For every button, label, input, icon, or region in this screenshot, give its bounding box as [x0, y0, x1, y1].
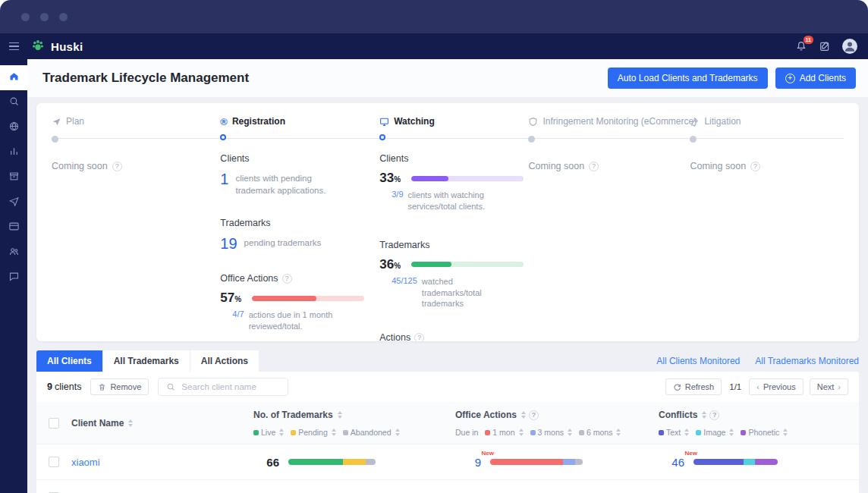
legend-text: Text	[666, 428, 681, 437]
sort-icon[interactable]	[684, 426, 689, 438]
notifications-bell-icon[interactable]: 11	[795, 40, 807, 52]
sidebar	[0, 59, 27, 493]
window-maximize-button[interactable]	[59, 13, 68, 21]
tab-all-clients[interactable]: All Clients	[36, 350, 103, 372]
app-name: Huski	[51, 40, 83, 53]
sort-icon[interactable]	[128, 417, 133, 429]
menu-icon[interactable]	[0, 33, 27, 59]
refresh-label: Refresh	[685, 382, 715, 391]
sort-icon[interactable]	[519, 426, 524, 438]
stage-watching: Watching Clients 33% 3/9	[379, 114, 528, 341]
search-box	[158, 378, 288, 396]
step-dot-active	[379, 134, 385, 140]
legend-image: Image	[703, 428, 725, 437]
sidebar-item-home[interactable]	[0, 65, 27, 90]
sort-icon[interactable]	[521, 409, 526, 421]
tab-all-trademarks[interactable]: All Trademarks	[103, 350, 190, 372]
help-icon[interactable]: ?	[414, 333, 424, 341]
watching-trademarks-fraction: 45/125	[392, 276, 417, 310]
due-in-label: Due in	[455, 428, 478, 437]
sort-icon[interactable]	[338, 409, 342, 421]
previous-page-button[interactable]: ‹ Previous	[749, 378, 803, 395]
clients-heading: Clients	[379, 153, 514, 164]
refresh-button[interactable]: Refresh	[665, 378, 722, 395]
paper-plane-icon	[8, 196, 20, 210]
search-icon	[166, 382, 175, 391]
window-close-button[interactable]	[21, 13, 30, 21]
sidebar-item-archive[interactable]	[0, 165, 27, 190]
remove-button[interactable]: Remove	[90, 378, 149, 395]
notification-badge: 11	[804, 36, 813, 44]
oa-1mon-pct: 57	[220, 290, 234, 305]
sidebar-item-card[interactable]	[0, 215, 27, 240]
help-icon[interactable]: ?	[709, 410, 719, 420]
select-all-checkbox[interactable]	[49, 418, 59, 429]
help-icon[interactable]: ?	[750, 162, 760, 171]
search-client-input[interactable]	[180, 382, 280, 392]
six-months-marker	[579, 430, 584, 435]
stage-registration: ® Registration Clients 1 clients with pe…	[220, 114, 379, 341]
brand[interactable]: Huski	[30, 39, 83, 54]
sidebar-item-messages[interactable]	[0, 265, 27, 290]
app-window: Huski 11	[0, 0, 868, 493]
stage-label-registration: Registration	[232, 116, 285, 127]
conflicts-total: 46New	[659, 456, 684, 469]
lifecycle-pipeline-card: Plan Coming soon ? ®	[36, 103, 859, 341]
watching-trademarks-pct: 36	[379, 257, 394, 272]
sidebar-item-analytics[interactable]	[0, 140, 27, 165]
watching-clients-desc: clients with watching services/total cli…	[408, 190, 515, 212]
help-icon[interactable]: ?	[589, 162, 599, 171]
table-row: Ziegler, Amy C. 1 0 0	[36, 480, 859, 493]
help-icon[interactable]: ?	[529, 410, 539, 420]
globe-icon	[8, 121, 20, 135]
oa-1mon-fraction: 4/7	[232, 309, 244, 332]
sort-icon[interactable]	[729, 426, 734, 438]
tabs-row: All Clients All Trademarks All Actions A…	[36, 350, 859, 372]
sort-icon[interactable]	[279, 426, 284, 438]
user-avatar[interactable]	[842, 39, 857, 54]
huski-logo-icon	[30, 39, 46, 54]
add-clients-button[interactable]: + Add Clients	[775, 68, 856, 89]
stage-label-plan: Plan	[66, 116, 84, 127]
legend-abandoned: Abandoned	[351, 428, 392, 437]
sidebar-item-globe[interactable]	[0, 115, 27, 140]
trademarks-heading: Trademarks	[220, 218, 366, 228]
coming-soon-label: Coming soon	[52, 161, 108, 171]
sidebar-item-clients[interactable]	[0, 240, 27, 265]
compose-icon[interactable]	[819, 40, 831, 52]
sort-icon[interactable]	[568, 426, 572, 438]
help-icon[interactable]: ?	[282, 274, 292, 284]
bar-chart-icon	[8, 146, 20, 160]
sort-icon[interactable]	[702, 409, 706, 421]
stage-label-infringement: Infringement Monitoring (eCommerce)	[542, 116, 697, 127]
next-page-button[interactable]: Next ›	[810, 378, 848, 395]
window-titlebar	[0, 0, 868, 33]
step-dot-active	[220, 134, 226, 140]
stage-litigation: Litigation Coming soon ?	[690, 114, 844, 341]
sort-icon[interactable]	[616, 426, 621, 438]
archive-box-icon	[8, 171, 20, 185]
row-checkbox[interactable]	[49, 457, 59, 467]
shield-icon	[528, 117, 538, 127]
conflicts-stacked-bar	[693, 459, 778, 465]
sidebar-item-send[interactable]	[0, 190, 27, 215]
pending-clients-count: 1	[220, 171, 228, 187]
stage-plan: Plan Coming soon ?	[52, 114, 220, 341]
auto-load-button[interactable]: Auto Load Clients and Trademarks	[608, 68, 768, 89]
sidebar-item-search[interactable]	[0, 90, 27, 115]
table-header: Client Name No. of Trademarks Live Pendi…	[36, 402, 859, 444]
help-icon[interactable]: ?	[112, 162, 122, 171]
sort-icon[interactable]	[332, 426, 336, 438]
plus-icon: +	[785, 74, 795, 83]
sort-icon[interactable]	[783, 426, 788, 438]
tab-all-actions[interactable]: All Actions	[190, 350, 259, 372]
table-row: xiaomi 66 9New	[36, 444, 859, 480]
abandoned-marker	[343, 430, 348, 435]
link-all-clients-monitored[interactable]: All Clients Monitored	[656, 356, 740, 366]
window-minimize-button[interactable]	[40, 13, 49, 21]
one-month-marker	[485, 430, 490, 435]
link-all-trademarks-monitored[interactable]: All Trademarks Monitored	[755, 356, 859, 366]
page-indicator: 1/1	[729, 382, 741, 391]
client-name-link[interactable]: xiaomi	[71, 457, 100, 468]
sort-icon[interactable]	[395, 426, 400, 438]
